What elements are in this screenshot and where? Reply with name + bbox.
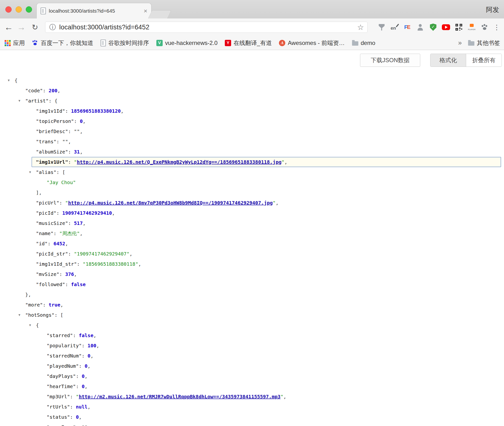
address-bar[interactable]: ⓘ localhost:3000/artists?id=6452 ☆ [45, 22, 368, 33]
other-bookmarks-folder[interactable]: 其他书签 [468, 39, 500, 47]
json-value: "周杰伦" [59, 230, 80, 236]
json-key: "playedNum" [47, 363, 79, 369]
format-button[interactable]: 格式化 [430, 54, 466, 67]
pennant-extension-button[interactable] [376, 22, 387, 33]
bookmark-item[interactable]: 应用 [4, 39, 25, 47]
bookmark-label: demo [361, 40, 375, 46]
json-value: "18569651883380118" [83, 261, 138, 267]
json-key: "code" [25, 88, 43, 94]
bookmark-item[interactable]: vue-hackernews-2.0 [156, 40, 218, 46]
json-key: "picUrl" [36, 200, 59, 206]
json-line: "mvSize": 376, [0, 269, 504, 279]
json-key: "alias" [36, 169, 56, 175]
json-comma: , [57, 88, 60, 94]
bookmark-label: 谷歌按时间排序 [108, 39, 149, 47]
json-value: "" [82, 424, 88, 426]
bookmark-item[interactable]: 百度一下，你就知道 [32, 39, 93, 47]
profile-extension-button[interactable] [415, 22, 426, 33]
json-comma: , [68, 139, 71, 145]
json-value: false [71, 281, 86, 287]
json-value: false [79, 332, 93, 338]
fe-extension-button[interactable] [402, 22, 413, 33]
json-value: "19097417462929407" [74, 251, 130, 257]
bookmark-item[interactable]: 在线翻译_有道 [225, 39, 272, 47]
json-colon: : [56, 139, 62, 145]
youtube-extension-button[interactable] [441, 22, 451, 33]
page-icon [101, 40, 106, 46]
reload-icon[interactable]: ↻ [30, 18, 40, 36]
json-colon: : [56, 210, 62, 216]
qrcode-extension-button[interactable] [454, 22, 464, 33]
json-comma: , [283, 394, 286, 400]
json-value: 6452 [53, 241, 65, 247]
json-line[interactable]: "img1v1Url": "http://p4.music.126.net/Q_… [32, 157, 501, 167]
json-key: "picId" [36, 210, 56, 216]
json-line: "topicPerson": 0, [0, 116, 504, 126]
bookmark-item[interactable]: Awesomes - 前端资… [279, 39, 344, 47]
bookmark-label: 在线翻译_有道 [234, 39, 272, 47]
shield-icon [430, 24, 437, 31]
paw-extension-button[interactable] [479, 22, 490, 33]
bookmark-label: 应用 [13, 39, 25, 47]
back-icon[interactable]: ← [3, 18, 14, 36]
content-area: 下载JSON数据 格式化 折叠所有 ▼{"code": 200,▼"artist… [0, 50, 504, 426]
json-comma: , [65, 241, 68, 247]
json-value: 517 [74, 220, 83, 226]
json-punctuation: { [54, 98, 57, 104]
collapse-toggle-icon[interactable]: ▼ [29, 320, 31, 330]
vue-icon [156, 40, 163, 46]
json-key: "hearTime" [47, 383, 76, 389]
collapse-toggle-icon[interactable]: ▼ [8, 75, 10, 85]
translate-extension-button[interactable] [389, 22, 400, 33]
json-value: "" [62, 139, 68, 145]
collapse-all-button[interactable]: 折叠所有 [466, 54, 502, 67]
json-colon: : [70, 394, 76, 400]
window-close-button[interactable] [5, 6, 12, 13]
json-line: "briefDesc": "", [0, 126, 504, 136]
bookmarks-overflow-icon[interactable]: » [458, 39, 462, 47]
json-line: "Jay Chou" [0, 177, 504, 187]
collapse-toggle-icon[interactable]: ▼ [18, 310, 20, 320]
new-tab-button[interactable] [148, 10, 172, 18]
browser-menu-icon[interactable]: ⋮ [492, 18, 502, 36]
player-extension-button[interactable] [466, 22, 477, 33]
json-comma: , [88, 363, 91, 369]
window-zoom-button[interactable] [26, 6, 32, 13]
collapse-toggle-icon[interactable]: ▼ [18, 96, 20, 106]
tab-close-icon[interactable]: × [144, 8, 147, 14]
json-link[interactable]: http://p4.music.126.net/8mv7qP30Pd3oHW8b… [68, 200, 273, 206]
shield-extension-button[interactable] [428, 22, 438, 33]
extensions-bar [376, 18, 490, 36]
bookmark-item[interactable]: 谷歌按时间排序 [101, 39, 149, 47]
json-line: "playedNum": 0, [0, 361, 504, 371]
json-link[interactable]: http://m2.music.126.net/RMJR7wDullRqppBk… [79, 394, 280, 400]
tab-title: localhost:3000/artists?id=645 [49, 8, 144, 14]
json-punctuation: [ [62, 169, 65, 175]
json-value: 31 [74, 149, 80, 155]
json-line: "popularity": 100, [0, 341, 504, 351]
folder-icon [468, 41, 474, 46]
collapse-toggle-icon[interactable]: ▼ [29, 167, 31, 177]
translate-icon [390, 24, 399, 31]
json-comma: , [88, 404, 91, 410]
bookmark-star-icon[interactable]: ☆ [357, 23, 364, 32]
json-key: "rtUrls" [47, 404, 70, 410]
json-comma: , [80, 230, 83, 236]
json-colon: : [53, 230, 59, 236]
site-info-icon[interactable]: ⓘ [49, 23, 56, 32]
json-line: "dayPlays": 0, [0, 371, 504, 381]
window-minimize-button[interactable] [16, 6, 22, 13]
tab-favicon-icon [41, 8, 46, 14]
profile-icon [417, 24, 424, 31]
json-line: "rtUrls": null, [0, 402, 504, 412]
tab-strip: localhost:3000/artists?id=645 × 阿发 [0, 0, 504, 18]
json-line: "picId": 19097417462929410, [0, 208, 504, 218]
json-link[interactable]: http://p4.music.126.net/Q_ExePNkmgB2yWyL… [77, 159, 282, 165]
forward-icon[interactable]: → [16, 18, 27, 36]
json-comma: , [138, 261, 141, 267]
download-json-button[interactable]: 下载JSON数据 [360, 54, 420, 67]
json-key: "popularity" [47, 343, 82, 349]
browser-tab[interactable]: localhost:3000/artists?id=645 × [36, 3, 151, 18]
bookmark-item[interactable]: demo [352, 40, 375, 46]
browser-toolbar: ← → ↻ ⓘ localhost:3000/artists?id=6452 ☆… [0, 18, 504, 36]
